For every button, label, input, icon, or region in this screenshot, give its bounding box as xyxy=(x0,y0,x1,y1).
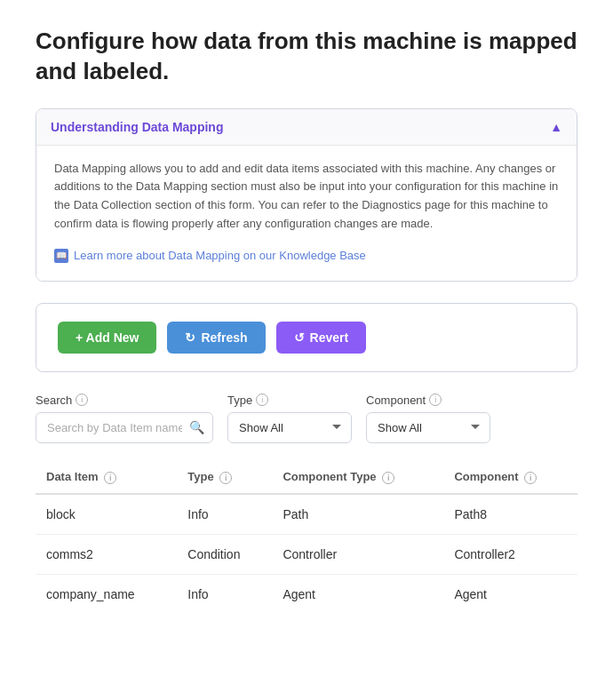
col-header-component: Component i xyxy=(443,461,577,494)
page-container: Configure how data from this machine is … xyxy=(0,0,613,640)
search-info-icon[interactable]: i xyxy=(76,394,88,406)
page-title: Configure how data from this machine is … xyxy=(36,27,577,87)
table-cell-dataItem: comms2 xyxy=(36,534,177,574)
component-info-icon[interactable]: i xyxy=(429,394,442,406)
component-label: Component i xyxy=(366,394,490,407)
table-cell-component: Controller2 xyxy=(443,534,577,574)
chevron-up-icon: ▲ xyxy=(550,120,562,134)
refresh-button[interactable]: ↻ Refresh xyxy=(167,322,265,354)
table-cell-type: Condition xyxy=(177,534,272,574)
col-header-component-label: Component xyxy=(454,470,518,483)
col-header-component-type-label: Component Type xyxy=(283,470,376,483)
component-type-col-info-icon[interactable]: i xyxy=(382,472,394,484)
component-col-info-icon[interactable]: i xyxy=(524,472,537,484)
search-input[interactable] xyxy=(36,412,213,443)
revert-button[interactable]: ↺ Revert xyxy=(276,322,367,354)
toolbar: + Add New ↻ Refresh ↺ Revert xyxy=(36,303,577,372)
revert-icon: ↺ xyxy=(294,330,305,345)
type-info-icon[interactable]: i xyxy=(256,394,268,406)
col-header-data-item-label: Data Item xyxy=(46,470,99,483)
type-filter-group: Type i Show All xyxy=(227,394,352,443)
add-new-button[interactable]: + Add New xyxy=(58,322,156,354)
table-cell-dataItem: block xyxy=(36,494,177,535)
table-row: comms2ConditionControllerController2 xyxy=(36,534,577,574)
table-row: blockInfoPathPath8 xyxy=(36,494,577,535)
book-icon: 📖 xyxy=(54,249,68,263)
col-header-type-label: Type xyxy=(187,470,213,483)
type-col-info-icon[interactable]: i xyxy=(219,472,232,484)
table-body: blockInfoPathPath8comms2ConditionControl… xyxy=(36,494,577,614)
col-header-type: Type i xyxy=(177,461,272,494)
revert-label: Revert xyxy=(310,330,349,345)
col-header-data-item: Data Item i xyxy=(36,461,177,494)
info-box-title: Understanding Data Mapping xyxy=(51,120,223,134)
table-cell-componentType: Path xyxy=(272,494,443,535)
search-label: Search i xyxy=(36,394,213,407)
table-container: Data Item i Type i Component Type i Comp… xyxy=(36,461,577,614)
table-cell-dataItem: company_name xyxy=(36,574,177,614)
info-box-body: Data Mapping allows you to add and edit … xyxy=(36,145,577,281)
refresh-label: Refresh xyxy=(201,330,247,345)
table-cell-type: Info xyxy=(177,494,272,535)
table-cell-componentType: Agent xyxy=(272,574,443,614)
component-filter-group: Component i Show All xyxy=(366,394,490,443)
col-header-component-type: Component Type i xyxy=(272,461,443,494)
search-filter-group: Search i 🔍 xyxy=(36,394,213,443)
table-row: company_nameInfoAgentAgent xyxy=(36,574,577,614)
table-header-row: Data Item i Type i Component Type i Comp… xyxy=(36,461,577,494)
knowledge-base-link[interactable]: 📖 Learn more about Data Mapping on our K… xyxy=(54,249,366,263)
info-box-text: Data Mapping allows you to add and edit … xyxy=(54,160,559,234)
add-new-label: + Add New xyxy=(76,330,139,345)
search-icon: 🔍 xyxy=(189,420,204,434)
kb-link-text: Learn more about Data Mapping on our Kno… xyxy=(74,249,366,262)
refresh-icon: ↻ xyxy=(185,330,195,345)
component-select[interactable]: Show All xyxy=(366,412,490,443)
info-box-header[interactable]: Understanding Data Mapping ▲ xyxy=(36,109,577,145)
table-cell-componentType: Controller xyxy=(272,534,443,574)
table-cell-component: Agent xyxy=(443,574,577,614)
data-item-info-icon[interactable]: i xyxy=(104,472,116,484)
table-cell-component: Path8 xyxy=(443,494,577,535)
type-label: Type i xyxy=(227,394,352,407)
type-select[interactable]: Show All xyxy=(227,412,352,443)
info-box: Understanding Data Mapping ▲ Data Mappin… xyxy=(36,108,577,282)
data-table: Data Item i Type i Component Type i Comp… xyxy=(36,461,577,614)
search-input-wrapper: 🔍 xyxy=(36,412,213,443)
filters-row: Search i 🔍 Type i Show All Component i xyxy=(36,394,577,443)
table-cell-type: Info xyxy=(177,574,272,614)
